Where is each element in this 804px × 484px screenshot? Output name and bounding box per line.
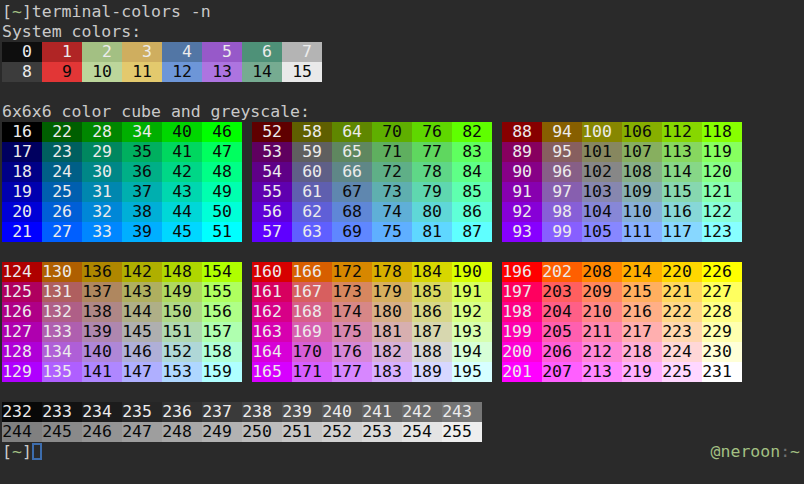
color-cell-102: 102 [582, 162, 622, 182]
color-cell-10: 10 [82, 62, 122, 82]
color-cell-42: 42 [162, 162, 202, 182]
color-cell-204: 204 [542, 302, 582, 322]
color-cell-89: 89 [502, 142, 542, 162]
color-cell-161: 161 [252, 282, 292, 302]
color-cell-151: 151 [162, 322, 202, 342]
terminal-screen[interactable]: [~]terminal-colors -n System colors: 012… [0, 0, 804, 484]
block-gap [492, 322, 502, 342]
color-cell-177: 177 [332, 362, 372, 382]
cube-block-160: 164170176182188194 [252, 342, 492, 362]
color-cell-2: 2 [82, 42, 122, 62]
color-cell-214: 214 [622, 262, 662, 282]
color-cell-54: 54 [252, 162, 292, 182]
color-cell-232: 232 [2, 402, 42, 422]
color-cell-74: 74 [372, 202, 412, 222]
cube-block-160: 162168174180186192 [252, 302, 492, 322]
color-cell-97: 97 [542, 182, 582, 202]
system-colors-heading: System colors: [2, 22, 802, 42]
cube-block-196: 199205211217223229 [502, 322, 742, 342]
color-cell-147: 147 [122, 362, 162, 382]
color-cell-77: 77 [412, 142, 452, 162]
color-cell-202: 202 [542, 262, 582, 282]
cube-block-124: 129135141147153159 [2, 362, 242, 382]
color-cell-137: 137 [82, 282, 122, 302]
color-cell-219: 219 [622, 362, 662, 382]
color-cell-250: 250 [242, 422, 282, 442]
color-cell-60: 60 [292, 162, 332, 182]
block-gap [242, 322, 252, 342]
color-cell-153: 153 [162, 362, 202, 382]
color-cell-140: 140 [82, 342, 122, 362]
color-cell-218: 218 [622, 342, 662, 362]
block-gap [242, 122, 252, 142]
color-cell-82: 82 [452, 122, 492, 142]
color-cell-65: 65 [332, 142, 372, 162]
block-gap [242, 182, 252, 202]
shell-prompt-line: [~]@neroon:~ [2, 442, 802, 462]
cube-line: 1824303642485460667278849096102108114120 [2, 162, 802, 182]
color-cell-133: 133 [42, 322, 82, 342]
block-gap [242, 202, 252, 222]
block-gap [492, 362, 502, 382]
color-cell-73: 73 [372, 182, 412, 202]
color-cell-145: 145 [122, 322, 162, 342]
color-cell-211: 211 [582, 322, 622, 342]
color-cell-223: 223 [662, 322, 702, 342]
cube-block-16: 162228344046 [2, 122, 242, 142]
color-cell-78: 78 [412, 162, 452, 182]
color-cell-9: 9 [42, 62, 82, 82]
greyscale-grid: 2322332342352362372382392402412422432442… [2, 402, 802, 442]
color-cell-48: 48 [202, 162, 242, 182]
color-cell-88: 88 [502, 122, 542, 142]
cube-block-88: 9096102108114120 [502, 162, 742, 182]
color-cell-12: 12 [162, 62, 202, 82]
color-cell-127: 127 [2, 322, 42, 342]
block-gap [242, 362, 252, 382]
color-cell-186: 186 [412, 302, 452, 322]
rprompt-colon: : [780, 442, 790, 461]
color-cell-72: 72 [372, 162, 412, 182]
color-cell-56: 56 [252, 202, 292, 222]
color-cell-167: 167 [292, 282, 332, 302]
block-gap [492, 282, 502, 302]
cube-block-16: 192531374349 [2, 182, 242, 202]
color-cell-96: 96 [542, 162, 582, 182]
cube-block-196: 198204210216222228 [502, 302, 742, 322]
color-cell-237: 237 [202, 402, 242, 422]
color-cell-228: 228 [702, 302, 742, 322]
cube-block-52: 576369758187 [252, 222, 492, 242]
color-cell-69: 69 [332, 222, 372, 242]
color-cell-240: 240 [322, 402, 362, 422]
color-cell-139: 139 [82, 322, 122, 342]
color-cell-180: 180 [372, 302, 412, 322]
color-cell-107: 107 [622, 142, 662, 162]
color-cell-92: 92 [502, 202, 542, 222]
color-cell-150: 150 [162, 302, 202, 322]
system-colors-row: 89101112131415 [2, 62, 802, 82]
color-cell-242: 242 [402, 402, 442, 422]
color-cell-13: 13 [202, 62, 242, 82]
greyscale-row: 244245246247248249250251252253254255 [2, 422, 802, 442]
color-cell-188: 188 [412, 342, 452, 362]
color-cell-103: 103 [582, 182, 622, 202]
color-cell-94: 94 [542, 122, 582, 142]
color-cell-249: 249 [202, 422, 242, 442]
cube-block-196: 201207213219225231 [502, 362, 742, 382]
color-cell-136: 136 [82, 262, 122, 282]
color-cell-35: 35 [122, 142, 162, 162]
color-cell-244: 244 [2, 422, 42, 442]
blank-line [2, 82, 802, 102]
color-cell-70: 70 [372, 122, 412, 142]
color-cell-79: 79 [412, 182, 452, 202]
color-cell-231: 231 [702, 362, 742, 382]
block-gap [492, 122, 502, 142]
color-cell-138: 138 [82, 302, 122, 322]
cube-block-88: 9399105111117123 [502, 222, 742, 242]
color-cell-131: 131 [42, 282, 82, 302]
cube-block-52: 525864707682 [252, 122, 492, 142]
color-cell-55: 55 [252, 182, 292, 202]
color-cell-3: 3 [122, 42, 162, 62]
color-cell-156: 156 [202, 302, 242, 322]
cube-block-16: 182430364248 [2, 162, 242, 182]
prompt-close-bracket: ] [22, 2, 32, 21]
